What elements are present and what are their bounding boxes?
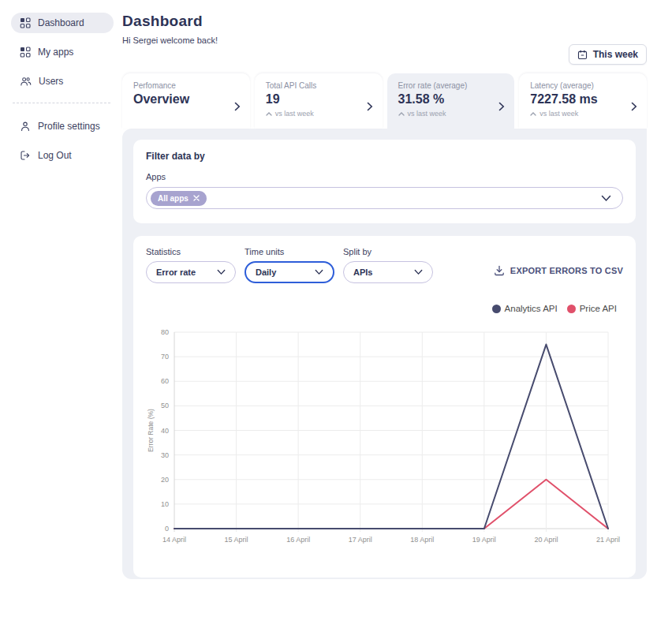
svg-text:50: 50	[161, 402, 169, 409]
dashboard-panel: Filter data by Apps All apps Statistics	[122, 129, 647, 579]
close-icon[interactable]	[193, 195, 200, 201]
stat-card-label: Error rate (average)	[398, 81, 468, 90]
legend-item-price-api[interactable]: Price API	[567, 304, 617, 313]
time-units-select[interactable]: Daily	[245, 261, 334, 283]
split-by-value: APIs	[353, 267, 372, 277]
stat-card-value: 31.58 %	[398, 92, 468, 107]
stat-card-value: 7227.58 ms	[530, 92, 597, 107]
caret-up-icon	[266, 112, 272, 116]
sidebar-item-label: Log Out	[38, 150, 72, 161]
stat-card-label: Total API Calls	[266, 81, 316, 90]
users-icon	[20, 76, 32, 87]
stat-card-performance[interactable]: Perfomance Overview	[122, 73, 250, 129]
stat-card-delta: vs last week	[398, 110, 468, 118]
svg-text:14 April: 14 April	[162, 536, 186, 544]
main-content: Dashboard Hi Sergei welcome back! This w…	[118, 0, 672, 617]
split-by-label: Split by	[343, 247, 433, 256]
chart-controls: Statistics Error rate Time units Daily	[146, 247, 623, 283]
download-icon	[494, 265, 505, 276]
svg-text:20 April: 20 April	[534, 536, 558, 544]
sidebar-item-users[interactable]: Users	[11, 71, 114, 92]
calendar-icon	[577, 50, 588, 60]
chevron-right-icon	[631, 100, 637, 114]
grid-icon	[20, 17, 31, 28]
chevron-down-icon	[217, 269, 226, 275]
legend-label: Price API	[580, 304, 617, 313]
sidebar-item-label: Dashboard	[38, 17, 84, 28]
chip-label: All apps	[158, 194, 189, 203]
sidebar-item-my-apps[interactable]: My apps	[11, 42, 114, 62]
stat-card-total-api-calls[interactable]: Total API Calls 19 vs last week	[255, 73, 383, 129]
stat-card-label: Perfomance	[133, 81, 189, 90]
chevron-right-icon	[498, 100, 505, 114]
legend-item-analytics-api[interactable]: Analytics API	[492, 304, 558, 313]
svg-text:60: 60	[161, 377, 169, 385]
stat-card-delta: vs last week	[266, 110, 316, 118]
stat-card-error-rate[interactable]: Error rate (average) 31.58 % vs last wee…	[387, 73, 515, 129]
stat-card-value: Overview	[133, 92, 189, 107]
stat-cards-row: Perfomance Overview Total API Calls 19 v…	[122, 73, 647, 129]
svg-text:21 April: 21 April	[596, 536, 620, 544]
caret-up-icon	[530, 112, 536, 116]
this-week-button[interactable]: This week	[569, 44, 647, 65]
sidebar-divider	[13, 103, 110, 103]
stat-card-latency[interactable]: Latency (average) 7227.58 ms vs last wee…	[519, 73, 647, 129]
chart-area: 0102030405060708014 April15 April16 Apri…	[146, 321, 623, 557]
sidebar: Dashboard My apps Users	[0, 0, 118, 617]
time-units-label: Time units	[245, 247, 334, 256]
filter-title: Filter data by	[146, 151, 623, 162]
time-units-value: Daily	[256, 267, 276, 277]
svg-text:17 April: 17 April	[349, 536, 372, 544]
page-subtitle: Hi Sergei welcome back!	[122, 36, 647, 45]
grid-icon	[20, 47, 31, 58]
sidebar-item-log-out[interactable]: Log Out	[11, 145, 114, 166]
legend-label: Analytics API	[505, 304, 558, 313]
app-window: Dashboard My apps Users	[0, 0, 672, 617]
svg-text:18 April: 18 April	[410, 536, 434, 544]
chevron-down-icon	[315, 269, 323, 275]
split-by-select[interactable]: APIs	[343, 261, 433, 283]
stat-card-delta: vs last week	[530, 110, 597, 118]
sidebar-item-label: My apps	[38, 47, 73, 58]
error-rate-chart: 0102030405060708014 April15 April16 Apri…	[146, 321, 622, 554]
svg-text:15 April: 15 April	[225, 536, 248, 544]
export-csv-button[interactable]: EXPORT ERRORS TO CSV	[494, 265, 623, 276]
legend-dot	[492, 305, 501, 313]
svg-text:Error Rate (%): Error Rate (%)	[147, 409, 155, 452]
sidebar-item-dashboard[interactable]: Dashboard	[11, 13, 114, 33]
sidebar-item-profile-settings[interactable]: Profile settings	[11, 116, 114, 136]
statistics-label: Statistics	[146, 247, 236, 256]
sidebar-item-label: Profile settings	[38, 121, 100, 132]
caret-up-icon	[398, 112, 405, 116]
svg-text:20: 20	[161, 476, 169, 484]
logout-icon	[20, 150, 31, 161]
svg-text:19 April: 19 April	[472, 536, 496, 544]
legend-dot	[567, 305, 576, 313]
svg-text:16 April: 16 April	[286, 536, 310, 544]
chart-legend: Analytics API Price API	[146, 304, 623, 313]
apps-filter-label: Apps	[146, 172, 623, 181]
chevron-right-icon	[367, 100, 373, 114]
chart-card: Statistics Error rate Time units Daily	[133, 236, 636, 578]
export-csv-label: EXPORT ERRORS TO CSV	[510, 266, 623, 275]
this-week-label: This week	[593, 49, 638, 60]
chevron-down-icon[interactable]	[601, 195, 611, 202]
sidebar-item-label: Users	[39, 76, 63, 87]
svg-text:70: 70	[161, 353, 169, 361]
apps-select[interactable]: All apps	[146, 187, 623, 209]
stat-card-value: 19	[266, 92, 316, 107]
filter-card: Filter data by Apps All apps	[133, 140, 636, 223]
page-title: Dashboard	[122, 13, 647, 30]
svg-text:30: 30	[161, 451, 169, 459]
stat-card-label: Latency (average)	[530, 81, 597, 90]
svg-text:80: 80	[161, 328, 169, 336]
statistics-value: Error rate	[156, 267, 196, 277]
svg-text:0: 0	[165, 525, 169, 533]
all-apps-chip[interactable]: All apps	[151, 191, 207, 206]
chevron-right-icon	[234, 100, 241, 114]
statistics-select[interactable]: Error rate	[146, 261, 236, 283]
svg-text:40: 40	[161, 427, 169, 435]
chevron-down-icon	[414, 269, 423, 275]
svg-text:10: 10	[161, 500, 169, 508]
person-icon	[20, 121, 31, 132]
